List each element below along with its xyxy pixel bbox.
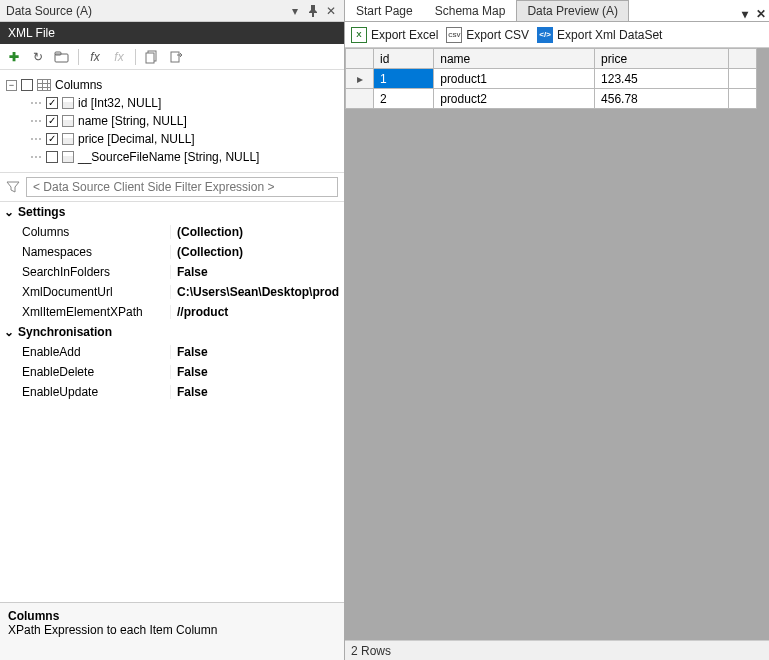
column-icon	[62, 133, 74, 145]
cell-name[interactable]: product2	[434, 89, 595, 109]
tree-item[interactable]: ⋯ __SourceFileName [String, NULL]	[30, 148, 338, 166]
filter-input[interactable]	[26, 177, 338, 197]
tree-item[interactable]: ⋯ name [String, NULL]	[30, 112, 338, 130]
tree-item[interactable]: ⋯ id [Int32, NULL]	[30, 94, 338, 112]
row-indicator-icon: ▸	[346, 69, 374, 89]
sync-header[interactable]: ⌄Synchronisation	[0, 322, 344, 342]
tab-data-preview[interactable]: Data Preview (A)	[516, 0, 629, 21]
tree-root[interactable]: − Columns	[6, 76, 338, 94]
prop-row[interactable]: Columns(Collection)	[0, 222, 344, 242]
prop-row[interactable]: XmlItemElementXPath//product	[0, 302, 344, 322]
filter-row	[0, 172, 344, 202]
column-checkbox[interactable]	[46, 133, 58, 145]
browse-icon[interactable]	[54, 49, 70, 65]
tab-schema-map[interactable]: Schema Map	[424, 0, 517, 21]
excel-icon: X	[351, 27, 367, 43]
column-label: name [String, NULL]	[78, 114, 187, 128]
status-bar: 2 Rows	[345, 640, 769, 660]
settings-header[interactable]: ⌄Settings	[0, 202, 344, 222]
prop-row[interactable]: EnableAddFalse	[0, 342, 344, 362]
table-icon	[37, 79, 51, 91]
row-count: 2 Rows	[351, 644, 391, 658]
row-indicator	[346, 89, 374, 109]
cell-price[interactable]: 123.45	[595, 69, 729, 89]
tab-bar: Start Page Schema Map Data Preview (A) ▾…	[345, 0, 769, 22]
table-row[interactable]: 2 product2 456.78	[346, 89, 757, 109]
collapse-icon[interactable]: −	[6, 80, 17, 91]
export-icon[interactable]	[168, 49, 184, 65]
tabs-close-icon[interactable]: ✕	[753, 7, 769, 21]
cell-price[interactable]: 456.78	[595, 89, 729, 109]
tab-start-page[interactable]: Start Page	[345, 0, 424, 21]
tabs-dropdown-icon[interactable]: ▾	[737, 7, 753, 21]
help-text: XPath Expression to each Item Column	[8, 623, 336, 637]
corner-cell[interactable]	[346, 49, 374, 69]
filter-icon[interactable]	[6, 180, 20, 194]
source-type-bar: XML File	[0, 22, 344, 44]
chevron-down-icon: ⌄	[4, 205, 14, 219]
copy-icon[interactable]	[144, 49, 160, 65]
svg-rect-3	[146, 53, 154, 63]
data-grid[interactable]: id name price ▸ 1 product1 123.45 2 prod…	[345, 48, 757, 109]
fx-dim-icon[interactable]: fx	[111, 49, 127, 65]
root-checkbox[interactable]	[21, 79, 33, 91]
left-panel: Data Source (A) ▾ ✕ XML File ✚ ↻ fx fx −	[0, 0, 345, 660]
export-excel-button[interactable]: X Export Excel	[351, 27, 438, 43]
cell-id[interactable]: 1	[374, 69, 434, 89]
export-csv-button[interactable]: CSV Export CSV	[446, 27, 529, 43]
right-panel: Start Page Schema Map Data Preview (A) ▾…	[345, 0, 769, 660]
column-checkbox[interactable]	[46, 151, 58, 163]
column-label: id [Int32, NULL]	[78, 96, 161, 110]
property-grid: ⌄Settings Columns(Collection) Namespaces…	[0, 202, 344, 602]
column-checkbox[interactable]	[46, 115, 58, 127]
column-label: price [Decimal, NULL]	[78, 132, 195, 146]
col-header-price[interactable]: price	[595, 49, 729, 69]
prop-row[interactable]: SearchInFoldersFalse	[0, 262, 344, 282]
panel-title-text: Data Source (A)	[6, 4, 92, 18]
col-header-id[interactable]: id	[374, 49, 434, 69]
chevron-down-icon: ⌄	[4, 325, 14, 339]
column-label: __SourceFileName [String, NULL]	[78, 150, 259, 164]
column-icon	[62, 97, 74, 109]
cell-id[interactable]: 2	[374, 89, 434, 109]
close-icon[interactable]: ✕	[324, 4, 338, 18]
help-title: Columns	[8, 609, 336, 623]
dropdown-icon[interactable]: ▾	[288, 4, 302, 18]
pin-icon[interactable]	[306, 4, 320, 18]
left-toolbar: ✚ ↻ fx fx	[0, 44, 344, 70]
svg-rect-4	[171, 52, 179, 62]
xml-icon: </>	[537, 27, 553, 43]
column-icon	[62, 115, 74, 127]
table-row[interactable]: ▸ 1 product1 123.45	[346, 69, 757, 89]
panel-titlebar: Data Source (A) ▾ ✕	[0, 0, 344, 22]
prop-row[interactable]: EnableUpdateFalse	[0, 382, 344, 402]
header-row: id name price	[346, 49, 757, 69]
col-header-name[interactable]: name	[434, 49, 595, 69]
add-column-icon[interactable]: ✚	[6, 49, 22, 65]
prop-row[interactable]: EnableDeleteFalse	[0, 362, 344, 382]
col-header-extra[interactable]	[729, 49, 757, 69]
fx-icon[interactable]: fx	[87, 49, 103, 65]
column-icon	[62, 151, 74, 163]
columns-tree: − Columns ⋯ id [Int32, NULL] ⋯ name [Str…	[0, 70, 344, 172]
csv-icon: CSV	[446, 27, 462, 43]
export-toolbar: X Export Excel CSV Export CSV </> Export…	[345, 22, 769, 48]
help-box: Columns XPath Expression to each Item Co…	[0, 602, 344, 660]
tree-item[interactable]: ⋯ price [Decimal, NULL]	[30, 130, 338, 148]
export-xml-button[interactable]: </> Export Xml DataSet	[537, 27, 662, 43]
column-checkbox[interactable]	[46, 97, 58, 109]
prop-row[interactable]: Namespaces(Collection)	[0, 242, 344, 262]
prop-row[interactable]: XmlDocumentUrlC:\Users\Sean\Desktop\prod	[0, 282, 344, 302]
root-label: Columns	[55, 78, 102, 92]
source-type-label: XML File	[8, 26, 55, 40]
cell-name[interactable]: product1	[434, 69, 595, 89]
data-grid-area: id name price ▸ 1 product1 123.45 2 prod…	[345, 48, 769, 640]
refresh-icon[interactable]: ↻	[30, 49, 46, 65]
